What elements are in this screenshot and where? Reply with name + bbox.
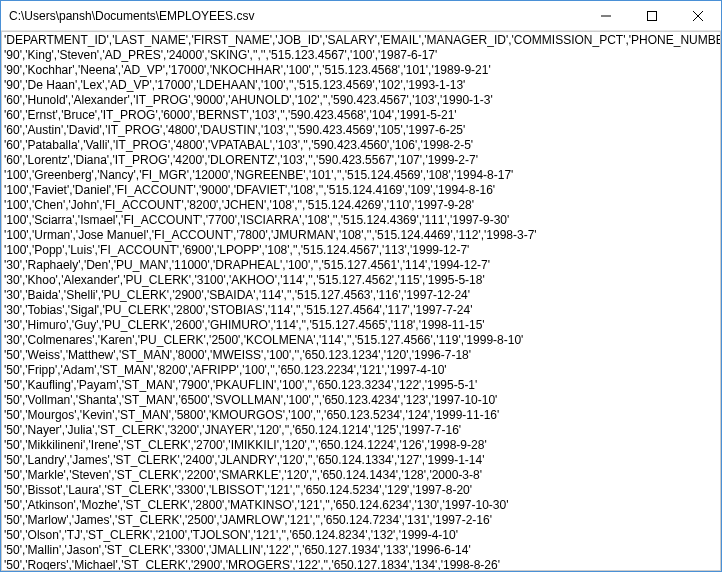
text-line: '50','Vollman','Shanta','ST_MAN','6500',… bbox=[4, 393, 718, 408]
maximize-button[interactable] bbox=[629, 1, 675, 30]
minimize-icon bbox=[601, 11, 611, 21]
text-line: '30','Raphaely','Den','PU_MAN','11000','… bbox=[4, 258, 718, 273]
text-line: '50','Marlow','James','ST_CLERK','2500',… bbox=[4, 513, 718, 528]
window-frame: C:\Users\pansh\Documents\EMPLOYEES.csv '… bbox=[0, 0, 722, 572]
text-line: '50','Bissot','Laura','ST_CLERK','3300',… bbox=[4, 483, 718, 498]
text-line: '100','Greenberg','Nancy','FI_MGR','1200… bbox=[4, 168, 718, 183]
text-line: '50','Olson','TJ','ST_CLERK','2100','TJO… bbox=[4, 528, 718, 543]
text-line: '90','Kochhar','Neena','AD_VP','17000','… bbox=[4, 63, 718, 78]
text-line: '30','Khoo','Alexander','PU_CLERK','3100… bbox=[4, 273, 718, 288]
maximize-icon bbox=[647, 11, 657, 21]
title-bar[interactable]: C:\Users\pansh\Documents\EMPLOYEES.csv bbox=[1, 1, 721, 31]
text-line: '100','Popp','Luis','FI_ACCOUNT','6900',… bbox=[4, 243, 718, 258]
text-line: '50','Weiss','Matthew','ST_MAN','8000','… bbox=[4, 348, 718, 363]
text-line: '60','Pataballa','Valli','IT_PROG','4800… bbox=[4, 138, 718, 153]
svg-rect-0 bbox=[648, 11, 657, 20]
text-line: '50','Nayer','Julia','ST_CLERK','3200','… bbox=[4, 423, 718, 438]
text-line: '50','Rogers','Michael','ST_CLERK','2900… bbox=[4, 558, 718, 570]
text-line: '90','De Haan','Lex','AD_VP','17000','LD… bbox=[4, 78, 718, 93]
text-line: '50','Markle','Steven','ST_CLERK','2200'… bbox=[4, 468, 718, 483]
text-line: '100','Urman','Jose Manuel','FI_ACCOUNT'… bbox=[4, 228, 718, 243]
text-line: '30','Himuro','Guy','PU_CLERK','2600','G… bbox=[4, 318, 718, 333]
text-line: '50','Fripp','Adam','ST_MAN','8200','AFR… bbox=[4, 363, 718, 378]
text-line: 'DEPARTMENT_ID','LAST_NAME','FIRST_NAME'… bbox=[4, 33, 718, 48]
text-line: '30','Colmenares','Karen','PU_CLERK','25… bbox=[4, 333, 718, 348]
text-line: '60','Austin','David','IT_PROG','4800','… bbox=[4, 123, 718, 138]
minimize-button[interactable] bbox=[583, 1, 629, 30]
content-border: 'DEPARTMENT_ID','LAST_NAME','FIRST_NAME'… bbox=[1, 31, 721, 571]
text-line: '60','Hunold','Alexander','IT_PROG','900… bbox=[4, 93, 718, 108]
text-line: '50','Landry','James','ST_CLERK','2400',… bbox=[4, 453, 718, 468]
close-icon bbox=[693, 11, 703, 21]
text-line: '90','King','Steven','AD_PRES','24000','… bbox=[4, 48, 718, 63]
text-line: '60','Ernst','Bruce','IT_PROG','6000','B… bbox=[4, 108, 718, 123]
text-line: '100','Sciarra','Ismael','FI_ACCOUNT','7… bbox=[4, 213, 718, 228]
text-line: '50','Atkinson','Mozhe','ST_CLERK','2800… bbox=[4, 498, 718, 513]
text-line: '100','Chen','John','FI_ACCOUNT','8200',… bbox=[4, 198, 718, 213]
window-title: C:\Users\pansh\Documents\EMPLOYEES.csv bbox=[9, 9, 583, 23]
text-line: '50','Mallin','Jason','ST_CLERK','3300',… bbox=[4, 543, 718, 558]
window-controls bbox=[583, 1, 721, 30]
text-line: '50','Mikkilineni','Irene','ST_CLERK','2… bbox=[4, 438, 718, 453]
text-line: '50','Mourgos','Kevin','ST_MAN','5800','… bbox=[4, 408, 718, 423]
text-line: '30','Baida','Shelli','PU_CLERK','2900',… bbox=[4, 288, 718, 303]
text-line: '30','Tobias','Sigal','PU_CLERK','2800',… bbox=[4, 303, 718, 318]
text-line: '50','Kaufling','Payam','ST_MAN','7900',… bbox=[4, 378, 718, 393]
text-line: '60','Lorentz','Diana','IT_PROG','4200',… bbox=[4, 153, 718, 168]
close-button[interactable] bbox=[675, 1, 721, 30]
text-line: '100','Faviet','Daniel','FI_ACCOUNT','90… bbox=[4, 183, 718, 198]
text-content[interactable]: 'DEPARTMENT_ID','LAST_NAME','FIRST_NAME'… bbox=[2, 32, 720, 570]
